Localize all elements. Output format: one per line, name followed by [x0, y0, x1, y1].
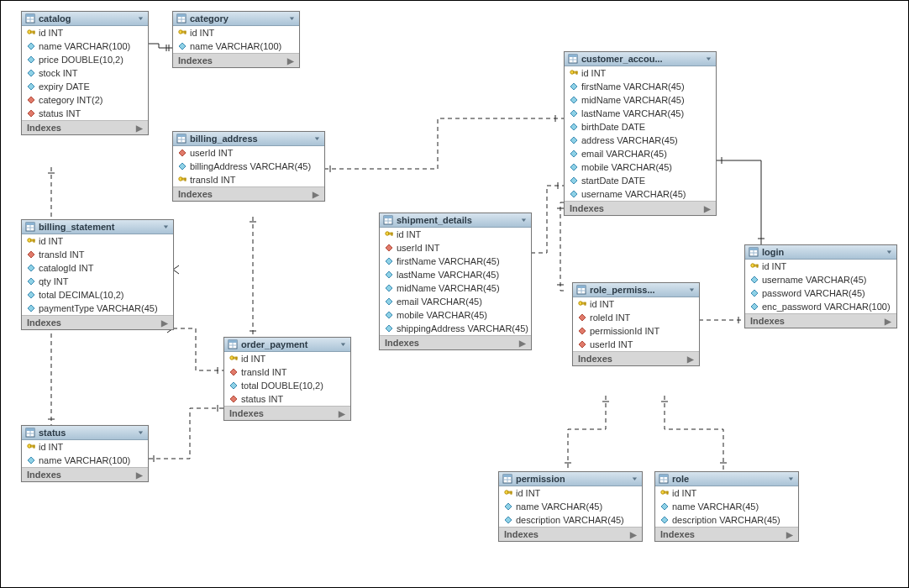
- expand-icon[interactable]: ▶: [339, 409, 345, 418]
- table-header[interactable]: billing_address▼: [173, 132, 324, 146]
- column-row[interactable]: userId INT: [380, 241, 531, 255]
- indexes-section[interactable]: Indexes▶: [655, 527, 798, 541]
- column-row[interactable]: id INT: [22, 26, 148, 39]
- column-row[interactable]: lastName VARCHAR(45): [565, 107, 716, 120]
- column-row[interactable]: id INT: [224, 352, 350, 365]
- column-row[interactable]: id INT: [745, 260, 896, 273]
- column-row[interactable]: transId INT: [224, 365, 350, 379]
- table-header[interactable]: role_permiss...▼: [573, 283, 699, 297]
- expand-icon[interactable]: ▶: [136, 470, 143, 480]
- indexes-section[interactable]: Indexes▶: [573, 351, 699, 365]
- column-row[interactable]: total DECIMAL(10,2): [22, 288, 173, 302]
- column-row[interactable]: name VARCHAR(100): [22, 454, 148, 467]
- column-row[interactable]: expiry DATE: [22, 80, 148, 93]
- table-shipment_details[interactable]: shipment_details▼id INTuserId INTfirstNa…: [379, 213, 532, 350]
- column-row[interactable]: mobile VARCHAR(45): [565, 160, 716, 174]
- collapse-icon[interactable]: ▼: [705, 56, 712, 62]
- column-row[interactable]: mobile VARCHAR(45): [380, 308, 531, 322]
- table-role_permiss[interactable]: role_permiss...▼id INTroleId INTpermissi…: [572, 282, 700, 366]
- indexes-section[interactable]: Indexes▶: [22, 315, 173, 329]
- column-row[interactable]: status INT: [224, 392, 350, 406]
- expand-icon[interactable]: ▶: [287, 56, 294, 66]
- column-row[interactable]: roleId INT: [573, 311, 699, 324]
- indexes-section[interactable]: Indexes▶: [499, 527, 642, 541]
- indexes-section[interactable]: Indexes▶: [173, 186, 324, 201]
- column-row[interactable]: password VARCHAR(45): [745, 286, 896, 300]
- column-row[interactable]: id INT: [499, 486, 642, 500]
- table-header[interactable]: customer_accou...▼: [565, 52, 716, 66]
- table-status[interactable]: status▼id INTname VARCHAR(100)Indexes▶: [21, 425, 149, 482]
- collapse-icon[interactable]: ▼: [688, 287, 696, 293]
- column-row[interactable]: id INT: [22, 440, 148, 454]
- table-header[interactable]: catalog▼: [22, 12, 148, 26]
- indexes-section[interactable]: Indexes▶: [22, 120, 148, 134]
- collapse-icon[interactable]: ▼: [787, 476, 795, 482]
- table-header[interactable]: order_payment▼: [224, 338, 350, 352]
- indexes-section[interactable]: Indexes▶: [173, 53, 299, 67]
- column-row[interactable]: paymentType VARCHAR(45): [22, 302, 173, 315]
- table-catalog[interactable]: catalog▼id INTname VARCHAR(100)price DOU…: [21, 11, 149, 135]
- table-login[interactable]: login▼id INTusername VARCHAR(45)password…: [744, 244, 897, 328]
- table-header[interactable]: login▼: [745, 245, 896, 260]
- table-category[interactable]: category▼id INTname VARCHAR(100)Indexes▶: [172, 11, 300, 68]
- table-permission[interactable]: permission▼id INTname VARCHAR(45)descrip…: [498, 471, 643, 542]
- expand-icon[interactable]: ▶: [313, 190, 319, 199]
- column-row[interactable]: permissionId INT: [573, 324, 699, 338]
- table-header[interactable]: role▼: [655, 472, 798, 486]
- expand-icon[interactable]: ▶: [885, 317, 891, 326]
- column-row[interactable]: username VARCHAR(45): [565, 187, 716, 201]
- indexes-section[interactable]: Indexes▶: [380, 335, 531, 349]
- column-row[interactable]: billingAddress VARCHAR(45): [173, 160, 324, 173]
- table-header[interactable]: billing_statement▼: [22, 220, 173, 234]
- expand-icon[interactable]: ▶: [687, 354, 694, 364]
- column-row[interactable]: username VARCHAR(45): [745, 273, 896, 286]
- column-row[interactable]: email VARCHAR(45): [380, 295, 531, 308]
- table-order_payment[interactable]: order_payment▼id INTtransId INTtotal DOU…: [223, 337, 351, 421]
- column-row[interactable]: name VARCHAR(100): [22, 39, 148, 53]
- column-row[interactable]: midName VARCHAR(45): [380, 281, 531, 295]
- collapse-icon[interactable]: ▼: [137, 430, 144, 436]
- column-row[interactable]: total DOUBLE(10,2): [224, 379, 350, 392]
- indexes-section[interactable]: Indexes▶: [224, 406, 350, 420]
- column-row[interactable]: startDate DATE: [565, 174, 716, 187]
- column-row[interactable]: qty INT: [22, 275, 173, 288]
- column-row[interactable]: transId INT: [173, 173, 324, 186]
- table-header[interactable]: category▼: [173, 12, 299, 26]
- collapse-icon[interactable]: ▼: [631, 476, 638, 482]
- column-row[interactable]: firstName VARCHAR(45): [380, 255, 531, 268]
- column-row[interactable]: category INT(2): [22, 93, 148, 107]
- expand-icon[interactable]: ▶: [136, 123, 143, 133]
- collapse-icon[interactable]: ▼: [885, 249, 893, 255]
- column-row[interactable]: name VARCHAR(100): [173, 39, 299, 53]
- column-row[interactable]: name VARCHAR(45): [655, 500, 798, 513]
- indexes-section[interactable]: Indexes▶: [745, 313, 896, 328]
- column-row[interactable]: lastName VARCHAR(45): [380, 268, 531, 281]
- column-row[interactable]: id INT: [173, 26, 299, 39]
- indexes-section[interactable]: Indexes▶: [22, 467, 148, 481]
- column-row[interactable]: midName VARCHAR(45): [565, 93, 716, 107]
- expand-icon[interactable]: ▶: [630, 530, 637, 539]
- collapse-icon[interactable]: ▼: [137, 16, 144, 22]
- column-row[interactable]: birthDate DATE: [565, 120, 716, 134]
- column-row[interactable]: stock INT: [22, 66, 148, 80]
- expand-icon[interactable]: ▶: [786, 530, 793, 539]
- expand-icon[interactable]: ▶: [704, 204, 711, 213]
- column-row[interactable]: id INT: [655, 486, 798, 500]
- column-row[interactable]: price DOUBLE(10,2): [22, 53, 148, 66]
- column-row[interactable]: shippingAddress VARCHAR(45): [380, 322, 531, 335]
- eer-canvas[interactable]: catalog▼id INTname VARCHAR(100)price DOU…: [0, 0, 909, 588]
- column-row[interactable]: catalogId INT: [22, 261, 173, 275]
- column-row[interactable]: id INT: [565, 66, 716, 80]
- collapse-icon[interactable]: ▼: [313, 136, 321, 142]
- indexes-section[interactable]: Indexes▶: [565, 201, 716, 215]
- column-row[interactable]: id INT: [22, 234, 173, 248]
- table-customer_accou[interactable]: customer_accou...▼id INTfirstName VARCHA…: [564, 51, 717, 216]
- column-row[interactable]: name VARCHAR(45): [499, 500, 642, 513]
- table-header[interactable]: permission▼: [499, 472, 642, 486]
- table-header[interactable]: shipment_details▼: [380, 213, 531, 228]
- column-row[interactable]: description VARCHAR(45): [655, 513, 798, 527]
- column-row[interactable]: description VARCHAR(45): [499, 513, 642, 527]
- collapse-icon[interactable]: ▼: [339, 342, 347, 348]
- column-row[interactable]: firstName VARCHAR(45): [565, 80, 716, 93]
- column-row[interactable]: address VARCHAR(45): [565, 134, 716, 147]
